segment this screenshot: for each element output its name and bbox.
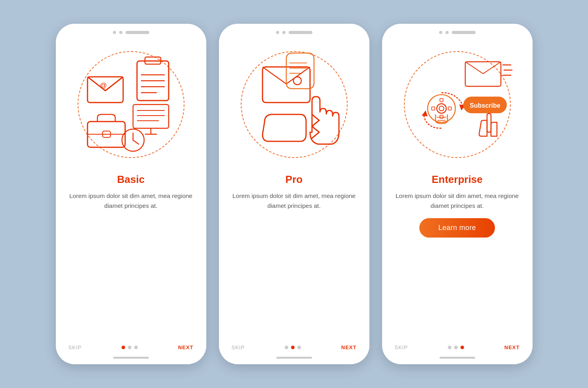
plan-desc-enterprise: Lorem ipsum dolor sit dim amet, mea regi… <box>382 191 533 211</box>
svg-point-36 <box>439 106 444 111</box>
phone-basic: @ <box>56 24 206 364</box>
pg-dot-1 <box>285 346 288 349</box>
status-dot2 <box>119 31 122 34</box>
next-pro[interactable]: NEXT <box>341 344 357 350</box>
bottom-nav-enterprise: SKIP NEXT <box>382 340 533 354</box>
svg-text:Subscribe: Subscribe <box>470 102 500 109</box>
pg-dot-3 <box>461 346 464 349</box>
phone-enterprise: Subscribe Enterprise Lorem ipsum dolor s… <box>382 24 533 364</box>
pg-dot-3 <box>297 346 301 349</box>
phone-pro: Pro Lorem ipsum dolor sit dim amet, mea … <box>219 24 369 364</box>
illustration-basic: @ <box>56 37 206 172</box>
illustration-pro <box>219 37 369 172</box>
svg-line-19 <box>133 140 139 144</box>
pg-dot-1 <box>122 346 125 349</box>
plan-title-basic: Basic <box>117 173 145 186</box>
top-pill <box>289 31 312 34</box>
plan-title-enterprise: Enterprise <box>432 173 483 186</box>
home-indicator-enterprise <box>440 357 475 359</box>
pagination-enterprise <box>448 346 464 349</box>
status-dot2 <box>282 31 285 34</box>
skip-basic[interactable]: SKIP <box>69 344 82 350</box>
next-basic[interactable]: NEXT <box>178 344 194 350</box>
phones-container: @ <box>56 24 533 364</box>
pagination-pro <box>285 346 301 349</box>
enterprise-icon: Subscribe <box>402 49 513 160</box>
bottom-nav-pro: SKIP NEXT <box>219 340 369 354</box>
home-indicator-pro <box>276 357 312 359</box>
status-dot1 <box>113 31 116 34</box>
plan-title-pro: Pro <box>285 173 303 186</box>
home-indicator-basic <box>113 357 149 359</box>
plan-desc-basic: Lorem ipsum dolor sit dim amet, mea regi… <box>56 191 206 211</box>
top-bar-basic <box>56 24 206 37</box>
svg-rect-8 <box>133 105 169 128</box>
svg-marker-42 <box>422 110 428 116</box>
bottom-nav-basic: SKIP NEXT <box>56 340 206 354</box>
next-enterprise[interactable]: NEXT <box>504 344 520 350</box>
top-pill <box>452 31 476 34</box>
svg-rect-37 <box>440 99 443 102</box>
svg-rect-40 <box>448 107 451 110</box>
plan-desc-pro: Lorem ipsum dolor sit dim amet, mea regi… <box>219 191 369 211</box>
top-bar-enterprise <box>382 24 533 37</box>
status-dot1 <box>276 31 279 34</box>
top-bar-pro <box>219 24 369 37</box>
svg-point-35 <box>437 104 446 113</box>
pg-dot-2 <box>291 346 295 349</box>
illustration-enterprise: Subscribe <box>382 37 533 172</box>
pro-icon <box>239 49 350 160</box>
svg-rect-39 <box>432 107 435 110</box>
status-dot2 <box>445 31 449 34</box>
top-pill <box>126 31 149 34</box>
pg-dot-3 <box>134 346 138 349</box>
pg-dot-2 <box>454 346 458 349</box>
pg-dot-2 <box>128 346 131 349</box>
skip-enterprise[interactable]: SKIP <box>395 344 408 350</box>
pg-dot-1 <box>448 346 451 349</box>
skip-pro[interactable]: SKIP <box>232 344 245 350</box>
status-dot1 <box>439 31 442 34</box>
pagination-basic <box>122 346 138 349</box>
learn-more-button[interactable]: Learn more <box>419 218 495 238</box>
svg-text:@: @ <box>99 82 107 89</box>
svg-point-24 <box>293 77 301 85</box>
basic-icon: @ <box>76 49 186 160</box>
